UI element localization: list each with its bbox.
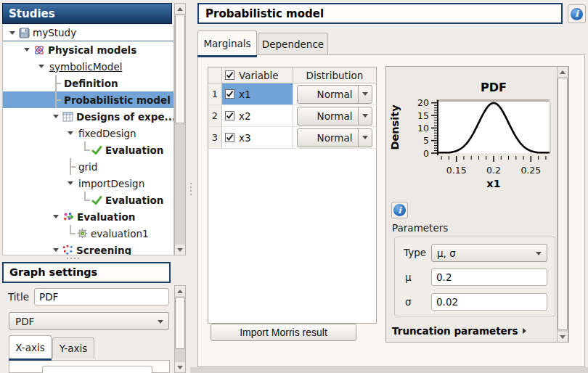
- info-icon: i: [393, 204, 406, 216]
- tree-item-evaluation[interactable]: Evaluation: [3, 142, 173, 158]
- graph-title-input[interactable]: [34, 288, 169, 306]
- tree-scrollbar-thumb[interactable]: [175, 15, 185, 123]
- variables-table[interactable]: Variable Distribution 1x1Normal2x2Normal…: [208, 67, 377, 324]
- panel-scrollbar-up-icon[interactable]: [558, 67, 568, 77]
- horizontal-splitter-handle[interactable]: [67, 258, 79, 259]
- graph-settings-scrollbar-down-icon[interactable]: [175, 362, 185, 372]
- svg-text:15: 15: [417, 110, 429, 121]
- parameters-section-label: Parameters: [392, 222, 448, 234]
- chevron-right-icon: [523, 328, 526, 334]
- graph-settings-scrollbar[interactable]: [174, 285, 186, 373]
- table-row-x1[interactable]: 1x1Normal: [208, 83, 376, 105]
- tree-item-label: Evaluation: [74, 211, 135, 223]
- check-icon: [91, 145, 102, 155]
- table-row-x2[interactable]: 2x2Normal: [208, 105, 376, 127]
- tab-y-axis[interactable]: Y-axis: [52, 337, 94, 358]
- expander-arrow-icon[interactable]: [7, 25, 17, 41]
- tree-item-label: Physical models: [45, 44, 136, 56]
- distribution-cell: Normal: [293, 83, 376, 104]
- variable-checkbox[interactable]: [225, 89, 234, 99]
- atom-icon: [33, 44, 45, 56]
- tree-item-grid[interactable]: grid: [3, 158, 173, 175]
- chevron-down-icon[interactable]: [358, 129, 372, 147]
- chevron-down-icon[interactable]: [358, 86, 372, 103]
- distribution-column-header: Distribution: [293, 67, 376, 83]
- distribution-select[interactable]: Normal: [297, 128, 372, 147]
- expander-arrow-icon[interactable]: [22, 41, 32, 58]
- expander-arrow-icon[interactable]: [51, 242, 61, 255]
- tree-item-definition[interactable]: Definition: [3, 75, 173, 91]
- tree-item-physical-models[interactable]: Physical models: [3, 41, 173, 58]
- mu-label: μ: [405, 271, 412, 283]
- distribution-info-button[interactable]: i: [391, 202, 408, 218]
- model-info-button[interactable]: i: [568, 4, 586, 23]
- variable-checkbox[interactable]: [225, 111, 234, 120]
- truncation-parameters-toggle[interactable]: Truncation parameters: [392, 325, 526, 337]
- tree-item-mystudy[interactable]: myStudy: [3, 25, 173, 41]
- tab-marginals-label: Marginals: [203, 38, 250, 49]
- tree-item-evaluation[interactable]: Evaluation: [3, 192, 173, 208]
- distribution-panel-scrollbar[interactable]: [557, 67, 568, 342]
- svg-text:20: 20: [417, 97, 429, 108]
- sigma-input[interactable]: [431, 293, 547, 311]
- tree-scrollbar-down-icon[interactable]: [175, 245, 185, 255]
- table-row-x3[interactable]: 3x3Normal: [208, 127, 376, 149]
- row-number: 3: [208, 127, 222, 148]
- parameter-type-select[interactable]: μ, σ: [431, 244, 547, 262]
- variable-checkbox[interactable]: [225, 133, 234, 142]
- tree-item-probabilistic-model[interactable]: Probabilistic model: [3, 91, 173, 108]
- plot-type-select[interactable]: PDF: [9, 312, 169, 330]
- row-number: 2: [208, 105, 222, 126]
- expander-arrow-icon[interactable]: [65, 125, 75, 142]
- tree-scrollbar-up-icon[interactable]: [175, 4, 185, 14]
- distribution-select[interactable]: Normal: [297, 107, 372, 126]
- variable-cell[interactable]: x2: [222, 105, 293, 126]
- page-title-box: Probabilistic model: [197, 3, 563, 24]
- expander-arrow-icon[interactable]: [65, 175, 75, 192]
- tree-item-screening[interactable]: Screening: [3, 242, 173, 255]
- truncation-parameters-label: Truncation parameters: [392, 325, 518, 337]
- tree-item-designs-of-expe-[interactable]: Designs of expe...: [3, 108, 173, 125]
- tree-scrollbar[interactable]: [174, 3, 186, 255]
- tree-item-symbolicmodel[interactable]: symbolicModel: [3, 58, 173, 75]
- tree-item-evaluation1[interactable]: evaluation1: [3, 225, 173, 242]
- study-tree[interactable]: myStudyPhysical modelssymbolicModelDefin…: [2, 25, 174, 255]
- tree-branch-line: [65, 158, 75, 175]
- panel-scrollbar-down-icon[interactable]: [558, 332, 568, 342]
- sigma-label: σ: [405, 296, 412, 308]
- tab-x-axis[interactable]: X-axis: [9, 335, 52, 358]
- burst-icon: [62, 211, 74, 223]
- variable-cell[interactable]: x1: [222, 83, 293, 104]
- graph-settings-scrollbar-up-icon[interactable]: [175, 286, 185, 296]
- save-icon: [19, 28, 30, 38]
- tab-marginals[interactable]: Marginals: [197, 30, 257, 55]
- chevron-down-icon[interactable]: [358, 107, 372, 125]
- svg-text:x1: x1: [486, 178, 500, 189]
- expander-arrow-icon[interactable]: [51, 208, 61, 225]
- axis-setting-input-partial[interactable]: [42, 366, 152, 373]
- vertical-splitter-handle[interactable]: [190, 183, 192, 195]
- graph-settings-header: Graph settings: [2, 262, 171, 283]
- distribution-select[interactable]: Normal: [297, 85, 372, 104]
- tree-branch-line: [51, 91, 61, 108]
- panel-scrollbar-thumb[interactable]: [558, 78, 568, 330]
- tree-item-label: Designs of expe...: [73, 111, 174, 123]
- select-all-checkbox[interactable]: [225, 70, 234, 80]
- tab-x-axis-label: X-axis: [15, 342, 45, 353]
- expander-arrow-icon[interactable]: [51, 108, 61, 125]
- tree-item-importdesign[interactable]: importDesign: [3, 175, 173, 192]
- mu-input[interactable]: [431, 269, 547, 286]
- tab-dependence[interactable]: Dependence: [258, 33, 328, 54]
- parameters-group: Type μ, σ μ σ: [394, 237, 555, 316]
- variable-cell[interactable]: x3: [222, 127, 293, 148]
- tree-item-fixeddesign[interactable]: fixedDesign: [3, 125, 173, 142]
- variable-column-header[interactable]: Variable: [222, 67, 293, 83]
- plot-type-select-value: PDF: [15, 316, 34, 327]
- graph-settings-scrollbar-thumb[interactable]: [175, 297, 185, 349]
- svg-text:PDF: PDF: [481, 81, 507, 94]
- import-morris-result-button[interactable]: Import Morris result: [211, 324, 356, 341]
- tree-item-evaluation[interactable]: Evaluation: [3, 208, 173, 225]
- corner-cell: [208, 67, 222, 83]
- expander-arrow-icon[interactable]: [36, 58, 46, 75]
- svg-text:Density: Density: [389, 104, 401, 150]
